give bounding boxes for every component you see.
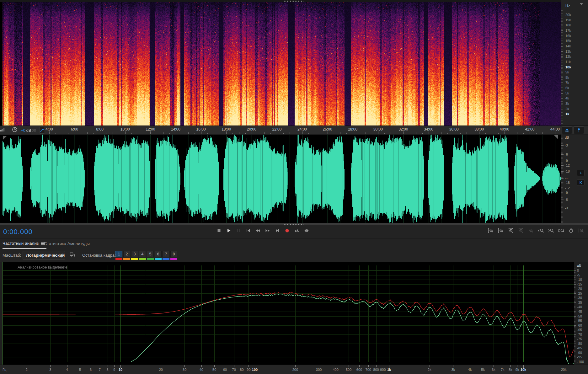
- axis-tick: [561, 208, 564, 208]
- hold-frame-button-1[interactable]: 1: [115, 251, 122, 260]
- frame-color-strip: [139, 258, 146, 260]
- skip-to-end-button[interactable]: [274, 227, 281, 236]
- play-button[interactable]: [226, 227, 232, 236]
- tab-amplitude-statistics[interactable]: Статистика Амплитуды: [44, 238, 90, 249]
- tab-frequency-analysis[interactable]: Частотный анализ: [3, 238, 46, 249]
- spectrogram-frequency-axis[interactable]: Hz 20k19k18k17k16k15k14k13k12k11k10k9k8k…: [561, 0, 588, 126]
- plot-hz-tick-label: 20: [159, 368, 163, 371]
- ruler-tick: [182, 133, 182, 134]
- hold-frame-button-6[interactable]: 6: [155, 251, 162, 260]
- corner-grip-icon[interactable]: [3, 136, 7, 140]
- timecode-label: 22:00: [272, 127, 281, 131]
- axis-minor-ticks: [574, 269, 575, 363]
- zoom-full-button[interactable]: [578, 227, 584, 236]
- clock-icon[interactable]: [12, 127, 18, 134]
- current-time-display[interactable]: 0:00.000: [3, 228, 33, 236]
- axis-tick: [249, 365, 249, 367]
- timecode-label: 26:00: [323, 127, 332, 131]
- analyzed-selection-label: Анализированое выделение: [18, 265, 67, 270]
- ruler-tick: [328, 131, 328, 134]
- plot-db-tick-label: -20: [577, 287, 582, 291]
- ruler-tick: [100, 131, 100, 134]
- channel-button-K[interactable]: K: [577, 179, 585, 186]
- zoom-selection-left-button[interactable]: [538, 227, 544, 236]
- zoom-reset-button[interactable]: [568, 227, 574, 236]
- frequency-tick-label: 16k: [565, 34, 571, 38]
- hold-frame-button-8[interactable]: 8: [170, 251, 177, 260]
- panel-splitter[interactable]: [0, 223, 588, 225]
- stop-button[interactable]: [216, 227, 222, 236]
- skip-to-start-button[interactable]: [245, 227, 251, 236]
- ruler-tick: [315, 132, 315, 134]
- zoom-inout-icon: [558, 228, 564, 234]
- spectrogram-display[interactable]: [0, 2, 561, 126]
- hold-frame-button-5[interactable]: 5: [147, 251, 154, 260]
- marker-button[interactable]: [574, 126, 584, 134]
- ruler-tick: [410, 133, 410, 134]
- copy-frame-button[interactable]: [70, 252, 75, 259]
- axis-tick: [574, 293, 576, 294]
- axis-minor-ticks: [561, 135, 563, 223]
- hold-frame-button-2[interactable]: 2: [123, 251, 130, 260]
- channel-button-L[interactable]: L: [577, 170, 585, 176]
- hold-frame-button-3[interactable]: 3: [131, 251, 138, 260]
- zoom-out-vertical-button[interactable]: [498, 227, 504, 236]
- pin-button[interactable]: [39, 127, 45, 134]
- scroll-down-icon[interactable]: [580, 3, 583, 5]
- db-tick-label: -9: [565, 191, 568, 195]
- axis-tick: [561, 104, 563, 104]
- plot-db-unit-label: дБ: [577, 264, 581, 267]
- zoom-in-vertical-button[interactable]: [488, 227, 494, 236]
- axis-tick: [225, 365, 225, 367]
- axis-tick: [494, 365, 494, 367]
- axis-tick: [561, 83, 563, 83]
- plot-db-tick-label: -95: [577, 355, 582, 359]
- frame-number: 1: [115, 251, 122, 257]
- magnet-snap-button[interactable]: [562, 126, 572, 134]
- zoom-selection-inout-button[interactable]: [558, 227, 564, 236]
- ruler-tick: [403, 131, 404, 134]
- axis-tick: [574, 270, 576, 271]
- axis-tick: [574, 298, 576, 298]
- record-button[interactable]: [284, 227, 290, 236]
- ruler-tick: [391, 132, 391, 134]
- rewind-button[interactable]: [255, 227, 261, 236]
- fast-forward-button[interactable]: [265, 227, 271, 236]
- axis-tick: [255, 365, 255, 368]
- plot-hz-tick-label: 200: [292, 368, 298, 371]
- waveform-amplitude-axis[interactable]: dB -3-6-9-12-18-∞-18-12-9-6-3LK: [561, 135, 588, 223]
- ruler-tick: [119, 133, 119, 134]
- frequency-tick-label: 10k: [565, 65, 571, 69]
- timecode-label: 42:00: [525, 127, 534, 131]
- hold-frame-button-7[interactable]: 7: [163, 251, 169, 260]
- waveform-display[interactable]: [0, 135, 561, 223]
- waveform-toolbar: +0dB 00: [0, 126, 41, 135]
- axis-tick: [561, 25, 563, 25]
- plot-hz-tick-label: 90: [247, 368, 250, 371]
- timecode-label: 40:00: [500, 127, 509, 131]
- zoom-out-horizontal-button[interactable]: [518, 227, 524, 236]
- axis-tick: [561, 171, 564, 172]
- frequency-analysis-plot[interactable]: [3, 262, 574, 365]
- record-icon: [285, 228, 290, 234]
- axis-tick: [561, 77, 563, 78]
- zoom-in-horizontal-button[interactable]: [508, 227, 514, 236]
- zoom-selection-button[interactable]: [528, 227, 534, 236]
- loop-playback-button[interactable]: [294, 227, 300, 236]
- db-readout[interactable]: +0dB: [21, 128, 31, 133]
- timeline-ruler[interactable]: 4:006:008:0010:0012:0014:0016:0018:0020:…: [0, 126, 588, 134]
- scale-dropdown[interactable]: Логарифмический: [23, 251, 65, 259]
- skip-selection-button[interactable]: [303, 227, 310, 236]
- ruler-tick: [505, 131, 505, 134]
- timecode-label: 38:00: [474, 127, 484, 131]
- frequency-tick-label: 17k: [565, 29, 571, 32]
- hold-frame-button-4[interactable]: 4: [139, 251, 146, 260]
- plot-db-tick-label: -90: [577, 351, 582, 355]
- axis-tick: [91, 365, 91, 367]
- pause-button[interactable]: [235, 227, 242, 236]
- plot-hz-tick-label: 600: [356, 368, 362, 371]
- db-tick-label: -6: [565, 152, 568, 156]
- zoom-selection-right-button[interactable]: [548, 227, 554, 236]
- ruler-tick: [264, 132, 265, 134]
- corner-grip-icon[interactable]: [554, 135, 558, 139]
